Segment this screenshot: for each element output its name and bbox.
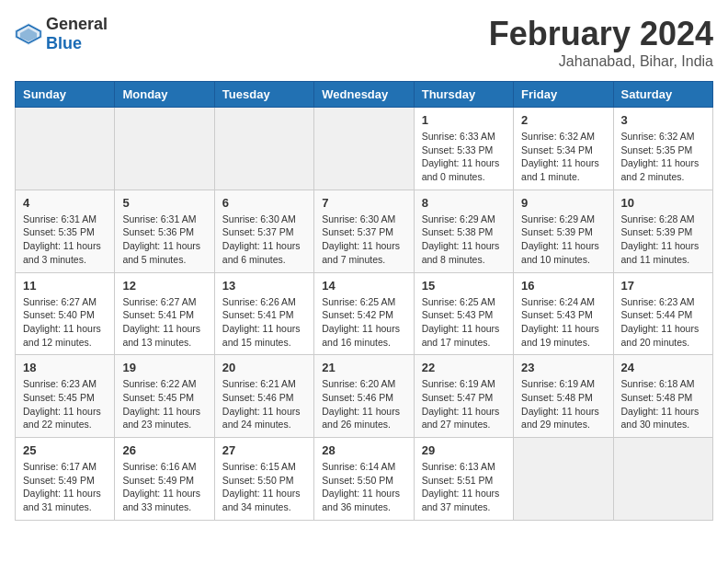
calendar-cell bbox=[613, 438, 712, 521]
logo-general: General bbox=[46, 15, 108, 33]
day-number: 20 bbox=[222, 361, 306, 374]
weekday-header-tuesday: Tuesday bbox=[214, 82, 313, 108]
day-number: 1 bbox=[422, 113, 506, 127]
day-info: Sunrise: 6:19 AM Sunset: 5:48 PM Dayligh… bbox=[521, 377, 605, 431]
calendar-cell: 17Sunrise: 6:23 AM Sunset: 5:44 PM Dayli… bbox=[613, 272, 712, 355]
day-number: 2 bbox=[521, 113, 605, 127]
day-info: Sunrise: 6:13 AM Sunset: 5:51 PM Dayligh… bbox=[422, 460, 506, 514]
day-info: Sunrise: 6:20 AM Sunset: 5:46 PM Dayligh… bbox=[322, 377, 405, 431]
day-info: Sunrise: 6:16 AM Sunset: 5:49 PM Dayligh… bbox=[122, 460, 206, 514]
day-number: 15 bbox=[422, 279, 506, 293]
calendar-cell: 11Sunrise: 6:27 AM Sunset: 5:40 PM Dayli… bbox=[16, 272, 115, 355]
calendar-week-row: 11Sunrise: 6:27 AM Sunset: 5:40 PM Dayli… bbox=[16, 272, 713, 355]
weekday-header-sunday: Sunday bbox=[16, 82, 115, 108]
day-number: 21 bbox=[322, 361, 405, 374]
weekday-header-wednesday: Wednesday bbox=[314, 82, 414, 108]
calendar-cell: 27Sunrise: 6:15 AM Sunset: 5:50 PM Dayli… bbox=[214, 438, 313, 521]
day-number: 13 bbox=[222, 279, 306, 293]
day-number: 8 bbox=[422, 196, 506, 210]
calendar-cell: 23Sunrise: 6:19 AM Sunset: 5:48 PM Dayli… bbox=[514, 355, 613, 438]
day-info: Sunrise: 6:29 AM Sunset: 5:39 PM Dayligh… bbox=[521, 213, 605, 267]
day-info: Sunrise: 6:17 AM Sunset: 5:49 PM Dayligh… bbox=[23, 460, 107, 514]
day-info: Sunrise: 6:25 AM Sunset: 5:43 PM Dayligh… bbox=[422, 295, 506, 350]
day-number: 10 bbox=[621, 196, 705, 210]
day-info: Sunrise: 6:23 AM Sunset: 5:44 PM Dayligh… bbox=[621, 295, 705, 350]
day-number: 9 bbox=[521, 196, 605, 210]
day-info: Sunrise: 6:32 AM Sunset: 5:35 PM Dayligh… bbox=[621, 130, 705, 184]
calendar-cell: 13Sunrise: 6:26 AM Sunset: 5:41 PM Dayli… bbox=[214, 272, 313, 355]
day-info: Sunrise: 6:25 AM Sunset: 5:42 PM Dayligh… bbox=[322, 295, 405, 350]
weekday-header-thursday: Thursday bbox=[414, 82, 513, 108]
calendar-cell: 25Sunrise: 6:17 AM Sunset: 5:49 PM Dayli… bbox=[16, 438, 115, 521]
day-info: Sunrise: 6:26 AM Sunset: 5:41 PM Dayligh… bbox=[222, 295, 306, 350]
day-number: 12 bbox=[122, 279, 206, 293]
day-number: 14 bbox=[322, 279, 405, 293]
calendar-cell: 15Sunrise: 6:25 AM Sunset: 5:43 PM Dayli… bbox=[414, 272, 513, 355]
logo-wordmark: General Blue bbox=[46, 15, 108, 53]
month-year-title: February 2024 bbox=[489, 15, 713, 53]
calendar-cell: 28Sunrise: 6:14 AM Sunset: 5:50 PM Dayli… bbox=[314, 438, 414, 521]
day-info: Sunrise: 6:22 AM Sunset: 5:45 PM Dayligh… bbox=[122, 377, 206, 431]
calendar-cell: 24Sunrise: 6:18 AM Sunset: 5:48 PM Dayli… bbox=[613, 355, 712, 438]
calendar-cell: 9Sunrise: 6:29 AM Sunset: 5:39 PM Daylig… bbox=[514, 190, 613, 272]
calendar-cell: 19Sunrise: 6:22 AM Sunset: 5:45 PM Dayli… bbox=[115, 355, 214, 438]
day-info: Sunrise: 6:31 AM Sunset: 5:36 PM Dayligh… bbox=[122, 213, 206, 267]
calendar-cell: 8Sunrise: 6:29 AM Sunset: 5:38 PM Daylig… bbox=[414, 190, 513, 272]
day-info: Sunrise: 6:23 AM Sunset: 5:45 PM Dayligh… bbox=[23, 377, 107, 431]
calendar-cell: 5Sunrise: 6:31 AM Sunset: 5:36 PM Daylig… bbox=[115, 190, 214, 272]
calendar-cell: 14Sunrise: 6:25 AM Sunset: 5:42 PM Dayli… bbox=[314, 272, 414, 355]
day-number: 4 bbox=[23, 196, 107, 210]
calendar-header-row: SundayMondayTuesdayWednesdayThursdayFrid… bbox=[16, 82, 713, 108]
calendar-cell: 7Sunrise: 6:30 AM Sunset: 5:37 PM Daylig… bbox=[314, 190, 414, 272]
weekday-header-friday: Friday bbox=[514, 82, 613, 108]
day-number: 6 bbox=[222, 196, 306, 210]
page-header: General Blue February 2024 Jahanabad, Bi… bbox=[15, 15, 713, 70]
calendar-cell bbox=[314, 108, 414, 190]
calendar-cell: 29Sunrise: 6:13 AM Sunset: 5:51 PM Dayli… bbox=[414, 438, 513, 521]
day-info: Sunrise: 6:24 AM Sunset: 5:43 PM Dayligh… bbox=[521, 295, 605, 350]
day-info: Sunrise: 6:15 AM Sunset: 5:50 PM Dayligh… bbox=[222, 460, 306, 514]
calendar-cell: 20Sunrise: 6:21 AM Sunset: 5:46 PM Dayli… bbox=[214, 355, 313, 438]
day-number: 25 bbox=[23, 443, 107, 457]
day-info: Sunrise: 6:14 AM Sunset: 5:50 PM Dayligh… bbox=[322, 460, 405, 514]
title-block: February 2024 Jahanabad, Bihar, India bbox=[489, 15, 713, 70]
location-subtitle: Jahanabad, Bihar, India bbox=[489, 53, 713, 70]
calendar-cell: 6Sunrise: 6:30 AM Sunset: 5:37 PM Daylig… bbox=[214, 190, 313, 272]
calendar-cell bbox=[514, 438, 613, 521]
day-number: 7 bbox=[322, 196, 405, 210]
day-info: Sunrise: 6:27 AM Sunset: 5:41 PM Dayligh… bbox=[122, 295, 206, 350]
calendar-week-row: 1Sunrise: 6:33 AM Sunset: 5:33 PM Daylig… bbox=[16, 108, 713, 190]
day-info: Sunrise: 6:29 AM Sunset: 5:38 PM Dayligh… bbox=[422, 213, 506, 267]
calendar-week-row: 25Sunrise: 6:17 AM Sunset: 5:49 PM Dayli… bbox=[16, 438, 713, 521]
day-number: 17 bbox=[621, 279, 705, 293]
day-info: Sunrise: 6:30 AM Sunset: 5:37 PM Dayligh… bbox=[322, 213, 405, 267]
day-number: 29 bbox=[422, 443, 506, 457]
day-number: 18 bbox=[23, 361, 107, 374]
day-number: 28 bbox=[322, 443, 405, 457]
logo: General Blue bbox=[15, 15, 108, 53]
calendar-cell: 21Sunrise: 6:20 AM Sunset: 5:46 PM Dayli… bbox=[314, 355, 414, 438]
day-number: 24 bbox=[621, 361, 705, 374]
weekday-header-saturday: Saturday bbox=[613, 82, 712, 108]
calendar-cell: 3Sunrise: 6:32 AM Sunset: 5:35 PM Daylig… bbox=[613, 108, 712, 190]
calendar-cell: 26Sunrise: 6:16 AM Sunset: 5:49 PM Dayli… bbox=[115, 438, 214, 521]
day-number: 26 bbox=[122, 443, 206, 457]
calendar-table: SundayMondayTuesdayWednesdayThursdayFrid… bbox=[15, 81, 713, 521]
day-info: Sunrise: 6:19 AM Sunset: 5:47 PM Dayligh… bbox=[422, 377, 506, 431]
day-info: Sunrise: 6:18 AM Sunset: 5:48 PM Dayligh… bbox=[621, 377, 705, 431]
calendar-cell bbox=[115, 108, 214, 190]
day-number: 16 bbox=[521, 279, 605, 293]
day-info: Sunrise: 6:33 AM Sunset: 5:33 PM Dayligh… bbox=[422, 130, 506, 184]
day-number: 5 bbox=[122, 196, 206, 210]
calendar-cell: 18Sunrise: 6:23 AM Sunset: 5:45 PM Dayli… bbox=[16, 355, 115, 438]
day-info: Sunrise: 6:30 AM Sunset: 5:37 PM Dayligh… bbox=[222, 213, 306, 267]
day-number: 23 bbox=[521, 361, 605, 374]
calendar-week-row: 4Sunrise: 6:31 AM Sunset: 5:35 PM Daylig… bbox=[16, 190, 713, 272]
day-info: Sunrise: 6:31 AM Sunset: 5:35 PM Dayligh… bbox=[23, 213, 107, 267]
general-blue-icon bbox=[15, 23, 42, 45]
calendar-cell bbox=[214, 108, 313, 190]
calendar-week-row: 18Sunrise: 6:23 AM Sunset: 5:45 PM Dayli… bbox=[16, 355, 713, 438]
calendar-cell: 4Sunrise: 6:31 AM Sunset: 5:35 PM Daylig… bbox=[16, 190, 115, 272]
calendar-cell bbox=[16, 108, 115, 190]
day-number: 22 bbox=[422, 361, 506, 374]
